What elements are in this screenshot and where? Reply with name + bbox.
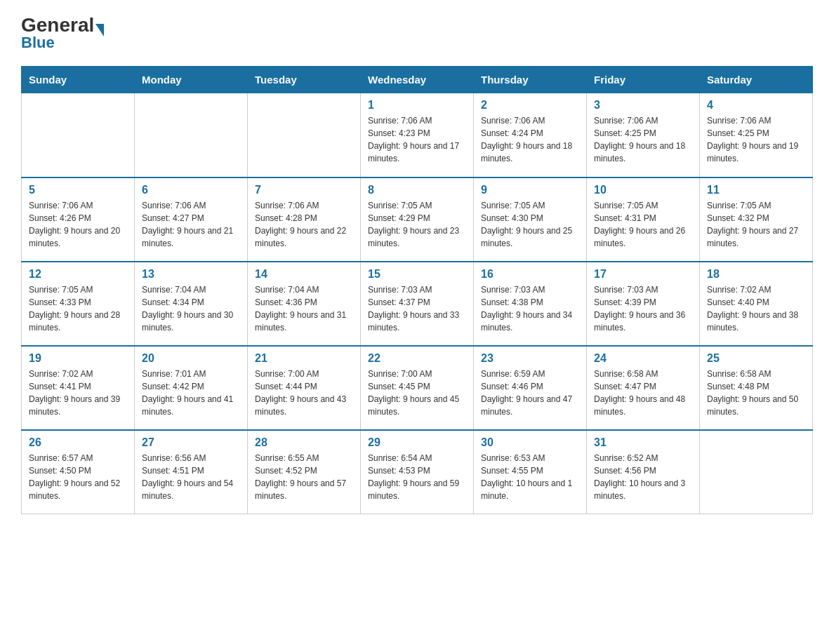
calendar-day-11: 11Sunrise: 7:05 AM Sunset: 4:32 PM Dayli…	[700, 177, 813, 262]
calendar-day-23: 23Sunrise: 6:59 AM Sunset: 4:46 PM Dayli…	[474, 346, 587, 430]
calendar-day-18: 18Sunrise: 7:02 AM Sunset: 4:40 PM Dayli…	[700, 262, 813, 346]
day-number: 18	[707, 268, 805, 281]
day-number: 7	[255, 184, 353, 196]
day-info: Sunrise: 7:05 AM Sunset: 4:33 PM Dayligh…	[29, 283, 127, 334]
calendar-day-16: 16Sunrise: 7:03 AM Sunset: 4:38 PM Dayli…	[474, 262, 587, 346]
day-number: 23	[481, 352, 579, 365]
day-info: Sunrise: 7:04 AM Sunset: 4:36 PM Dayligh…	[255, 283, 353, 334]
day-number: 19	[29, 352, 127, 365]
day-info: Sunrise: 7:03 AM Sunset: 4:37 PM Dayligh…	[368, 283, 466, 334]
calendar-empty-cell	[22, 93, 135, 177]
day-number: 20	[142, 352, 240, 365]
day-number: 25	[707, 352, 805, 365]
calendar-day-19: 19Sunrise: 7:02 AM Sunset: 4:41 PM Dayli…	[22, 346, 135, 430]
day-info: Sunrise: 7:02 AM Sunset: 4:40 PM Dayligh…	[707, 283, 805, 334]
calendar-day-29: 29Sunrise: 6:54 AM Sunset: 4:53 PM Dayli…	[361, 430, 474, 514]
day-info: Sunrise: 6:54 AM Sunset: 4:53 PM Dayligh…	[368, 452, 466, 502]
calendar-day-27: 27Sunrise: 6:56 AM Sunset: 4:51 PM Dayli…	[135, 430, 248, 514]
day-info: Sunrise: 6:53 AM Sunset: 4:55 PM Dayligh…	[481, 452, 579, 502]
calendar-day-6: 6Sunrise: 7:06 AM Sunset: 4:27 PM Daylig…	[135, 177, 248, 262]
day-number: 1	[368, 99, 466, 112]
day-number: 31	[594, 436, 692, 449]
logo-arrow-icon	[95, 24, 104, 36]
day-info: Sunrise: 7:05 AM Sunset: 4:30 PM Dayligh…	[481, 199, 579, 250]
day-number: 14	[255, 268, 353, 281]
day-number: 17	[594, 268, 692, 281]
day-info: Sunrise: 6:59 AM Sunset: 4:46 PM Dayligh…	[481, 368, 579, 418]
calendar-day-13: 13Sunrise: 7:04 AM Sunset: 4:34 PM Dayli…	[135, 262, 248, 346]
day-number: 30	[481, 436, 579, 449]
day-number: 16	[481, 268, 579, 281]
day-info: Sunrise: 7:05 AM Sunset: 4:32 PM Dayligh…	[707, 199, 805, 250]
calendar-week-row: 1Sunrise: 7:06 AM Sunset: 4:23 PM Daylig…	[22, 93, 813, 177]
calendar-day-24: 24Sunrise: 6:58 AM Sunset: 4:47 PM Dayli…	[587, 346, 700, 430]
calendar-week-row: 12Sunrise: 7:05 AM Sunset: 4:33 PM Dayli…	[22, 262, 813, 346]
day-number: 5	[29, 184, 127, 196]
day-number: 27	[142, 436, 240, 449]
day-info: Sunrise: 7:03 AM Sunset: 4:39 PM Dayligh…	[594, 283, 692, 334]
day-number: 4	[707, 99, 805, 112]
day-info: Sunrise: 7:06 AM Sunset: 4:23 PM Dayligh…	[368, 114, 466, 165]
calendar-day-30: 30Sunrise: 6:53 AM Sunset: 4:55 PM Dayli…	[474, 430, 587, 514]
calendar-day-4: 4Sunrise: 7:06 AM Sunset: 4:25 PM Daylig…	[700, 93, 813, 177]
col-header-tuesday: Tuesday	[248, 67, 361, 93]
calendar-day-31: 31Sunrise: 6:52 AM Sunset: 4:56 PM Dayli…	[587, 430, 700, 514]
day-info: Sunrise: 6:55 AM Sunset: 4:52 PM Dayligh…	[255, 452, 353, 502]
calendar-header-row: SundayMondayTuesdayWednesdayThursdayFrid…	[22, 67, 813, 93]
col-header-wednesday: Wednesday	[361, 67, 474, 93]
day-number: 24	[594, 352, 692, 365]
calendar-day-20: 20Sunrise: 7:01 AM Sunset: 4:42 PM Dayli…	[135, 346, 248, 430]
day-number: 21	[255, 352, 353, 365]
calendar-day-26: 26Sunrise: 6:57 AM Sunset: 4:50 PM Dayli…	[22, 430, 135, 514]
day-number: 11	[707, 184, 805, 196]
page-header: General Blue	[21, 14, 813, 52]
calendar-day-15: 15Sunrise: 7:03 AM Sunset: 4:37 PM Dayli…	[361, 262, 474, 346]
calendar-week-row: 5Sunrise: 7:06 AM Sunset: 4:26 PM Daylig…	[22, 177, 813, 262]
day-number: 22	[368, 352, 466, 365]
calendar-day-22: 22Sunrise: 7:00 AM Sunset: 4:45 PM Dayli…	[361, 346, 474, 430]
col-header-thursday: Thursday	[474, 67, 587, 93]
day-info: Sunrise: 6:52 AM Sunset: 4:56 PM Dayligh…	[594, 452, 692, 502]
day-info: Sunrise: 6:57 AM Sunset: 4:50 PM Dayligh…	[29, 452, 127, 502]
day-number: 28	[255, 436, 353, 449]
calendar-day-2: 2Sunrise: 7:06 AM Sunset: 4:24 PM Daylig…	[474, 93, 587, 177]
day-number: 15	[368, 268, 466, 281]
day-info: Sunrise: 7:00 AM Sunset: 4:44 PM Dayligh…	[255, 368, 353, 418]
calendar-day-9: 9Sunrise: 7:05 AM Sunset: 4:30 PM Daylig…	[474, 177, 587, 262]
day-number: 10	[594, 184, 692, 196]
calendar-day-25: 25Sunrise: 6:58 AM Sunset: 4:48 PM Dayli…	[700, 346, 813, 430]
day-number: 9	[481, 184, 579, 196]
calendar-week-row: 19Sunrise: 7:02 AM Sunset: 4:41 PM Dayli…	[22, 346, 813, 430]
day-info: Sunrise: 6:58 AM Sunset: 4:48 PM Dayligh…	[707, 368, 805, 418]
logo: General Blue	[21, 14, 104, 52]
day-info: Sunrise: 7:04 AM Sunset: 4:34 PM Dayligh…	[142, 283, 240, 334]
day-info: Sunrise: 7:06 AM Sunset: 4:24 PM Dayligh…	[481, 114, 579, 165]
day-info: Sunrise: 7:05 AM Sunset: 4:31 PM Dayligh…	[594, 199, 692, 250]
calendar-day-12: 12Sunrise: 7:05 AM Sunset: 4:33 PM Dayli…	[22, 262, 135, 346]
day-info: Sunrise: 7:06 AM Sunset: 4:26 PM Dayligh…	[29, 199, 127, 250]
day-info: Sunrise: 7:06 AM Sunset: 4:28 PM Dayligh…	[255, 199, 353, 250]
calendar-empty-cell	[700, 430, 813, 514]
calendar-day-3: 3Sunrise: 7:06 AM Sunset: 4:25 PM Daylig…	[587, 93, 700, 177]
day-number: 12	[29, 268, 127, 281]
day-info: Sunrise: 7:03 AM Sunset: 4:38 PM Dayligh…	[481, 283, 579, 334]
day-number: 13	[142, 268, 240, 281]
day-number: 6	[142, 184, 240, 196]
day-number: 2	[481, 99, 579, 112]
day-info: Sunrise: 7:00 AM Sunset: 4:45 PM Dayligh…	[368, 368, 466, 418]
day-info: Sunrise: 7:05 AM Sunset: 4:29 PM Dayligh…	[368, 199, 466, 250]
calendar-day-8: 8Sunrise: 7:05 AM Sunset: 4:29 PM Daylig…	[361, 177, 474, 262]
calendar-day-1: 1Sunrise: 7:06 AM Sunset: 4:23 PM Daylig…	[361, 93, 474, 177]
calendar-empty-cell	[248, 93, 361, 177]
day-number: 26	[29, 436, 127, 449]
col-header-monday: Monday	[135, 67, 248, 93]
calendar-day-14: 14Sunrise: 7:04 AM Sunset: 4:36 PM Dayli…	[248, 262, 361, 346]
col-header-friday: Friday	[587, 67, 700, 93]
calendar-day-7: 7Sunrise: 7:06 AM Sunset: 4:28 PM Daylig…	[248, 177, 361, 262]
calendar-day-5: 5Sunrise: 7:06 AM Sunset: 4:26 PM Daylig…	[22, 177, 135, 262]
day-info: Sunrise: 7:06 AM Sunset: 4:25 PM Dayligh…	[594, 114, 692, 165]
calendar-day-17: 17Sunrise: 7:03 AM Sunset: 4:39 PM Dayli…	[587, 262, 700, 346]
logo-blue: Blue	[21, 34, 55, 52]
day-number: 29	[368, 436, 466, 449]
calendar-table: SundayMondayTuesdayWednesdayThursdayFrid…	[21, 66, 813, 514]
